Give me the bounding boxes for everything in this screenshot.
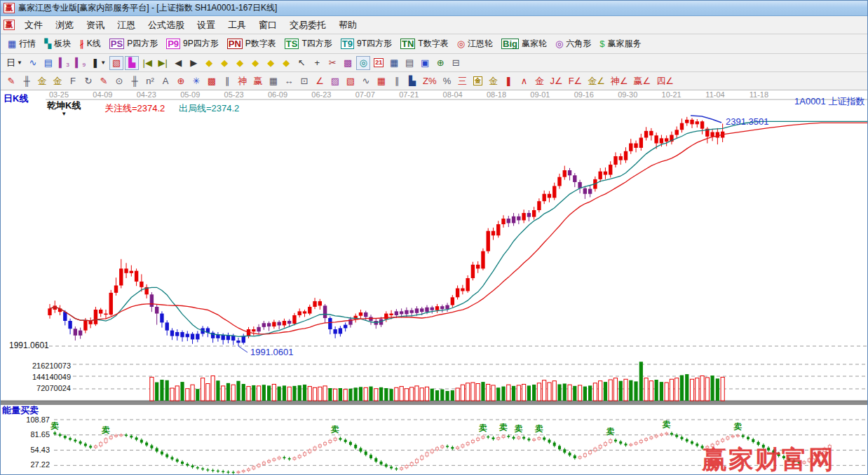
menu-item-3[interactable]: 资讯 bbox=[80, 18, 111, 33]
chart-canvas[interactable]: 03-2504-0904-2305-0905-2306-0906-2307-07… bbox=[1, 90, 868, 475]
fan-box-icon[interactable]: ▨ bbox=[328, 74, 342, 88]
spiral-icon[interactable]: ↻ bbox=[81, 74, 95, 88]
three-percent-icon[interactable]: 三 bbox=[456, 74, 470, 88]
zoom-compress-icon[interactable]: ◆ bbox=[264, 56, 278, 70]
cut-tool-icon[interactable]: ✂ bbox=[325, 56, 339, 70]
toolbar-item-gann-wheel[interactable]: ◎江恩轮 bbox=[453, 36, 497, 52]
menu-item-2[interactable]: 浏览 bbox=[49, 18, 80, 33]
go-first-icon[interactable]: |◀ bbox=[140, 56, 154, 70]
calculator-icon[interactable]: ▦ bbox=[387, 56, 401, 70]
period-view-label[interactable]: 日K线 bbox=[4, 92, 28, 105]
memo-icon[interactable]: ▤ bbox=[402, 56, 416, 70]
menu-item-8[interactable]: 窗口 bbox=[252, 18, 283, 33]
menu-item-6[interactable]: 设置 bbox=[191, 18, 222, 33]
gold-line-icon[interactable]: 金 bbox=[35, 74, 49, 88]
toolbar-item-kline[interactable]: ∦K线 bbox=[75, 36, 105, 52]
zone-percent-icon[interactable]: Z% bbox=[421, 74, 439, 88]
calendar-icon[interactable]: 21 bbox=[372, 56, 386, 70]
toolbar-item-t-number-table[interactable]: TNT数字表 bbox=[396, 36, 453, 52]
j-angle-icon[interactable]: J∠ bbox=[548, 74, 565, 88]
menu-item-4[interactable]: 江恩 bbox=[111, 18, 142, 33]
pencil-icon[interactable]: ✎ bbox=[4, 74, 18, 88]
fibonacci-icon[interactable]: F bbox=[66, 74, 80, 88]
bars-9-icon[interactable]: ▍₉ bbox=[73, 56, 88, 70]
mind-tool-icon[interactable]: ◎ bbox=[356, 56, 370, 70]
web-export-icon[interactable]: ⊕ bbox=[433, 56, 447, 70]
candle-edit-icon[interactable]: ❚ bbox=[502, 74, 516, 88]
menu-item-7[interactable]: 工具 bbox=[222, 18, 252, 33]
toolbar-item-p-square[interactable]: PSP四方形 bbox=[105, 36, 162, 52]
exit-line-label: 出局线=2374.2 bbox=[179, 102, 239, 115]
zoom-shrink-icon[interactable]: ◆ bbox=[248, 56, 262, 70]
gold-angle-icon[interactable]: 金∠ bbox=[585, 74, 607, 88]
gold-rule-icon[interactable]: 金 bbox=[487, 74, 501, 88]
percent-icon[interactable]: % bbox=[440, 74, 454, 88]
menu-item-1[interactable]: 文件 bbox=[18, 18, 49, 33]
ying-tool-icon[interactable]: 赢 bbox=[251, 74, 265, 88]
target-cross-icon[interactable]: ⊕ bbox=[174, 74, 188, 88]
crosshair-tool-icon[interactable]: + bbox=[310, 56, 324, 70]
hatch-lines-icon[interactable]: ∥ bbox=[390, 74, 404, 88]
toolbar-item-sectors[interactable]: ▚板块 bbox=[40, 36, 75, 52]
svg-text:卖: 卖 bbox=[733, 422, 742, 432]
bars-3-icon[interactable]: ▍₃ bbox=[57, 56, 72, 70]
ying-angle-icon[interactable]: 赢∠ bbox=[632, 74, 653, 88]
volume-profile-icon[interactable]: ▙ bbox=[125, 56, 139, 70]
menu-item-5[interactable]: 公式选股 bbox=[142, 18, 191, 33]
si-angle-icon[interactable]: 四∠ bbox=[654, 74, 676, 88]
stat-bars-icon[interactable]: ▙ bbox=[405, 74, 419, 88]
candle-type-dropdown-icon[interactable]: ❚▼ bbox=[89, 56, 108, 70]
box-tool-icon[interactable]: ⊡ bbox=[297, 74, 311, 88]
toolbar-item-9p-square[interactable]: P99P四方形 bbox=[162, 36, 223, 52]
gold-circle-icon[interactable]: 金 bbox=[471, 74, 485, 88]
period-day-dropdown-icon[interactable]: 日▼ bbox=[4, 56, 25, 70]
hand-tool-icon[interactable]: ↖ bbox=[294, 56, 308, 70]
toolbar-item-t-square[interactable]: TST四方形 bbox=[280, 36, 337, 52]
toolbar-item-hexagon[interactable]: ◎六角形 bbox=[551, 36, 595, 52]
zoom-left-icon[interactable]: ◆ bbox=[202, 56, 216, 70]
shape-tool-icon[interactable]: ▩ bbox=[341, 56, 355, 70]
page-prev-icon[interactable]: ◀ bbox=[171, 56, 185, 70]
kline-type-dropdown[interactable]: 乾坤K线▼ bbox=[47, 99, 81, 116]
web-box-icon[interactable]: ▧ bbox=[344, 74, 358, 88]
toolbar-item-winner-wheel[interactable]: Big赢家轮 bbox=[497, 36, 551, 52]
ruler-grid-icon[interactable]: ▦ bbox=[266, 74, 280, 88]
print-icon[interactable]: ⊟ bbox=[449, 56, 463, 70]
gann-wave-icon[interactable]: ∿ bbox=[26, 56, 40, 70]
angle-a-icon[interactable]: A bbox=[158, 74, 172, 88]
gold-red-icon[interactable]: 金 bbox=[533, 74, 547, 88]
grid-large-icon[interactable]: ▦ bbox=[374, 74, 388, 88]
pencil-2-icon[interactable]: ✎ bbox=[97, 74, 111, 88]
f-angle-icon[interactable]: F∠ bbox=[567, 74, 585, 88]
winner-service-label: 赢家服务 bbox=[608, 38, 642, 50]
shen-tool-icon[interactable]: 神 bbox=[236, 74, 250, 88]
fan-lines-icon[interactable]: ∠ bbox=[313, 74, 327, 88]
toolbar-item-quotes[interactable]: ▦行情 bbox=[4, 36, 40, 52]
spider-web-icon[interactable]: ▩ bbox=[205, 74, 219, 88]
chart-area[interactable]: 03-2504-0904-2305-0905-2306-0906-2307-07… bbox=[1, 90, 868, 475]
info-panel-icon[interactable]: ▤ bbox=[41, 56, 55, 70]
zoom-right-icon[interactable]: ◆ bbox=[217, 56, 231, 70]
tick-grid-2-icon[interactable]: ╫ bbox=[128, 74, 142, 88]
toolbar-item-9t-square[interactable]: T99T四方形 bbox=[337, 36, 396, 52]
gann-hatch-icon[interactable]: ▧ bbox=[109, 56, 123, 70]
shen-angle-icon[interactable]: 神∠ bbox=[609, 74, 630, 88]
tick-grid-icon[interactable]: ╫ bbox=[20, 74, 34, 88]
h-measure-icon[interactable]: ↔ bbox=[282, 74, 296, 88]
page-next-icon[interactable]: ▶ bbox=[187, 56, 201, 70]
menu-item-10[interactable]: 帮助 bbox=[332, 18, 363, 33]
wave-peak-icon[interactable]: ∧ bbox=[517, 74, 531, 88]
star-web-icon[interactable]: ✳ bbox=[189, 74, 203, 88]
square-of-nine-icon[interactable]: n² bbox=[143, 74, 157, 88]
zoom-restore-icon[interactable]: ◆ bbox=[279, 56, 293, 70]
menu-item-9[interactable]: 交易委托 bbox=[283, 18, 332, 33]
save-icon[interactable]: ▣ bbox=[418, 56, 432, 70]
gold-line-2-icon[interactable]: 金 bbox=[50, 74, 65, 88]
go-last-icon[interactable]: ▶| bbox=[156, 56, 170, 70]
toolbar-item-p-number-table[interactable]: PNP数字表 bbox=[223, 36, 280, 52]
wave-line-icon[interactable]: ∿ bbox=[359, 74, 373, 88]
gann-clock-icon[interactable]: ⊙ bbox=[112, 74, 126, 88]
price-mark-icon[interactable]: ∥ bbox=[220, 74, 234, 88]
zoom-expand-icon[interactable]: ◆ bbox=[233, 56, 247, 70]
toolbar-item-winner-service[interactable]: $赢家服务 bbox=[595, 36, 645, 52]
